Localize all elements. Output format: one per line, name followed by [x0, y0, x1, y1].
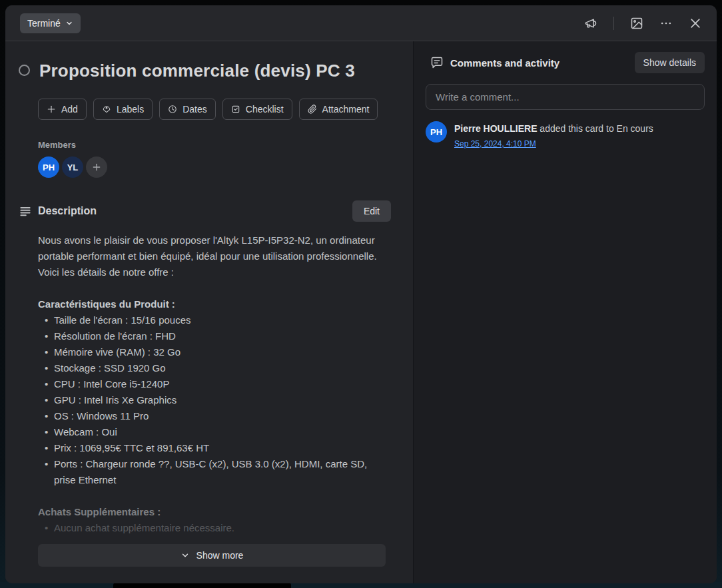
member-avatar-ph[interactable]: PH: [38, 156, 59, 178]
plus-icon: [91, 162, 102, 172]
show-more-button[interactable]: Show more: [38, 544, 386, 567]
tag-icon: [102, 105, 111, 114]
activity-item: PH Pierre HOULLIERE added this card to E…: [426, 121, 705, 150]
dates-button[interactable]: Dates: [159, 99, 216, 120]
background-window: [113, 583, 291, 588]
list-item: Aucun achat supplémentaire nécessaire.: [38, 520, 386, 536]
align-left-icon: [19, 204, 32, 218]
cover-image-icon[interactable]: [630, 17, 643, 30]
description-section-heading: Caractéristiques du Produit :: [38, 296, 386, 312]
show-details-button[interactable]: Show details: [635, 52, 705, 73]
card-topbar: Terminé: [5, 5, 717, 41]
add-member-button[interactable]: [86, 156, 107, 178]
paperclip-icon: [308, 105, 317, 114]
description-title: Description: [38, 205, 97, 217]
list-item: Ports : Chargeur ronde ??, USB-C (x2), U…: [38, 456, 386, 488]
description-body[interactable]: Nous avons le plaisir de vous proposer l…: [38, 232, 386, 536]
list-item: Taille de l'écran : 15/16 pouces: [38, 312, 386, 328]
dates-button-label: Dates: [182, 104, 207, 115]
comments-panel: Comments and activity Show details PH Pi…: [414, 41, 717, 583]
description-header: Description Edit: [19, 200, 391, 222]
card-complete-checkbox[interactable]: [19, 65, 30, 76]
extra-purchases-list: Aucun achat supplémentaire nécessaire.: [38, 520, 386, 536]
edit-description-button[interactable]: Edit: [352, 200, 391, 222]
card-title[interactable]: Proposition commerciale (devis) PC 3: [39, 60, 355, 81]
product-specs-list: Taille de l'écran : 15/16 pouces Résolut…: [38, 312, 386, 488]
list-item: Prix : 1069,95€ TTC et 891,63€ HT: [38, 440, 386, 456]
add-button-label: Add: [61, 104, 78, 115]
description-section-heading: Achats Supplémentaires :: [38, 504, 386, 520]
status-dropdown[interactable]: Terminé: [20, 13, 81, 33]
list-item: GPU : Intel Iris Xe Graphics: [38, 392, 386, 408]
list-item: Résolution de l'écran : FHD: [38, 328, 386, 344]
megaphone-icon[interactable]: [584, 17, 597, 30]
checklist-button-label: Checklist: [246, 104, 284, 115]
add-button[interactable]: Add: [38, 99, 87, 120]
card-details-pane: Proposition commerciale (devis) PC 3 Add…: [5, 41, 413, 583]
close-icon[interactable]: [689, 17, 702, 30]
activity-action-text: added this card to En cours: [537, 123, 653, 134]
comments-title: Comments and activity: [450, 57, 559, 69]
attachment-button-label: Attachment: [322, 104, 370, 115]
topbar-divider: [613, 17, 614, 30]
activity-avatar: PH: [426, 121, 447, 143]
labels-button-label: Labels: [117, 104, 144, 115]
list-item: Mémoire vive (RAM) : 32 Go: [38, 344, 386, 360]
plus-icon: [47, 105, 56, 114]
status-label: Terminé: [27, 18, 61, 29]
description-intro: Nous avons le plaisir de vous proposer l…: [38, 232, 386, 280]
activity-author[interactable]: Pierre HOULLIERE: [454, 123, 537, 134]
list-item: Stockage : SSD 1920 Go: [38, 360, 386, 376]
members-section: Members PH YL: [38, 140, 391, 178]
checkbox-icon: [231, 105, 240, 114]
chevron-down-icon: [65, 19, 73, 27]
chevron-down-icon: [180, 551, 190, 560]
clock-icon: [168, 105, 177, 114]
checklist-button[interactable]: Checklist: [222, 99, 292, 120]
comments-header: Comments and activity Show details: [426, 52, 705, 73]
show-more-label: Show more: [196, 550, 244, 561]
members-label: Members: [38, 140, 391, 150]
card-modal: Terminé Proposition commerciale (dev: [5, 5, 717, 583]
activity-timestamp-link[interactable]: Sep 25, 2024, 4:10 PM: [454, 137, 536, 150]
comment-icon: [430, 56, 444, 69]
attachment-button[interactable]: Attachment: [299, 99, 378, 120]
list-item: OS : Windows 11 Pro: [38, 408, 386, 424]
list-item: Webcam : Oui: [38, 424, 386, 440]
comment-input[interactable]: [426, 84, 705, 110]
list-item: CPU : Intel Core i5-1240P: [38, 376, 386, 392]
labels-button[interactable]: Labels: [93, 99, 153, 120]
member-avatar-yl[interactable]: YL: [62, 156, 83, 178]
more-icon[interactable]: [659, 17, 673, 30]
card-actions: Add Labels Dates Checklist Attachment: [38, 99, 391, 120]
